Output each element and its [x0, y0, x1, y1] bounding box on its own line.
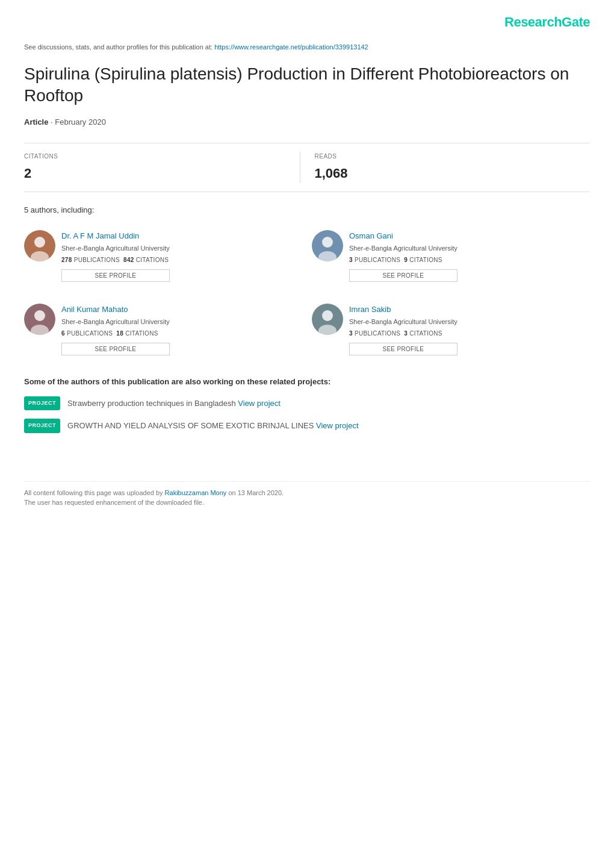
project-item: ProjectStrawberry production techniques …: [24, 396, 590, 411]
project-badge: Project: [24, 396, 60, 411]
author-affiliation: Sher-e-Bangla Agricultural University: [349, 317, 457, 327]
author-avatar: [312, 304, 343, 335]
author-affiliation: Sher-e-Bangla Agricultural University: [349, 243, 457, 254]
source-label: See discussions, stats, and author profi…: [24, 43, 212, 51]
citations-value: 2: [24, 163, 300, 183]
author-card: Anil Kumar MahatoSher-e-Bangla Agricultu…: [24, 298, 302, 361]
project-badge: Project: [24, 419, 60, 433]
author-affiliation: Sher-e-Bangla Agricultural University: [61, 243, 170, 254]
author-avatar: [24, 304, 55, 335]
project-text: GROWTH AND YIELD ANALYSIS OF SOME EXOTIC…: [67, 420, 359, 432]
related-section: Some of the authors of this publication …: [24, 376, 590, 433]
reads-label: READS: [315, 152, 591, 161]
authors-header: 5 authors, including:: [24, 204, 590, 216]
author-card: Imran SakibSher-e-Bangla Agricultural Un…: [312, 298, 590, 361]
author-name[interactable]: Anil Kumar Mahato: [61, 304, 170, 316]
author-name[interactable]: Imran Sakib: [349, 304, 457, 316]
view-project-link[interactable]: View project: [238, 399, 281, 408]
author-avatar: [24, 230, 55, 261]
author-name[interactable]: Dr. A F M Jamal Uddin: [61, 230, 170, 242]
see-profile-button[interactable]: SEE PROFILE: [61, 269, 170, 282]
project-text: Strawberry production techniques in Bang…: [67, 398, 281, 410]
article-type: Article · February 2020: [24, 116, 590, 128]
author-info: Anil Kumar MahatoSher-e-Bangla Agricultu…: [61, 304, 170, 355]
svg-point-7: [34, 310, 45, 321]
source-url[interactable]: https://www.researchgate.net/publication…: [214, 43, 368, 51]
stats-row: CITATIONS 2 READS 1,068: [24, 143, 590, 192]
svg-point-1: [34, 237, 45, 248]
authors-section: 5 authors, including: Dr. A F M Jamal Ud…: [24, 204, 590, 362]
svg-point-10: [322, 310, 333, 321]
see-profile-button[interactable]: SEE PROFILE: [61, 343, 170, 355]
related-header: Some of the authors of this publication …: [24, 376, 590, 388]
author-stats: 6 PUBLICATIONS 18 CITATIONS: [61, 329, 170, 338]
view-project-link[interactable]: View project: [316, 421, 359, 430]
author-info: Imran SakibSher-e-Bangla Agricultural Un…: [349, 304, 457, 355]
footer: All content following this page was uplo…: [24, 481, 590, 508]
authors-grid: Dr. A F M Jamal UddinSher-e-Bangla Agric…: [24, 224, 590, 361]
citations-label: CITATIONS: [24, 152, 300, 161]
author-card: Osman GaniSher-e-Bangla Agricultural Uni…: [312, 224, 590, 288]
author-affiliation: Sher-e-Bangla Agricultural University: [61, 317, 170, 327]
reads-value: 1,068: [315, 163, 591, 183]
svg-point-4: [322, 237, 333, 248]
researchgate-logo: ResearchGate: [504, 12, 590, 32]
uploader-link[interactable]: Rakibuzzaman Mony: [165, 489, 227, 496]
footer-line2: The user has requested enhancement of th…: [24, 498, 590, 508]
author-info: Dr. A F M Jamal UddinSher-e-Bangla Agric…: [61, 230, 170, 282]
article-title: Spirulina (Spirulina platensis) Producti…: [24, 63, 590, 107]
project-item: ProjectGROWTH AND YIELD ANALYSIS OF SOME…: [24, 419, 590, 433]
citations-block: CITATIONS 2: [24, 152, 300, 183]
author-stats: 278 PUBLICATIONS 842 CITATIONS: [61, 255, 170, 264]
author-avatar: [312, 230, 343, 261]
author-stats: 3 PUBLICATIONS 9 CITATIONS: [349, 255, 457, 264]
author-info: Osman GaniSher-e-Bangla Agricultural Uni…: [349, 230, 457, 282]
see-profile-button[interactable]: SEE PROFILE: [349, 343, 457, 355]
author-stats: 3 PUBLICATIONS 3 CITATIONS: [349, 329, 457, 338]
see-profile-button[interactable]: SEE PROFILE: [349, 269, 457, 282]
author-name[interactable]: Osman Gani: [349, 230, 457, 242]
author-card: Dr. A F M Jamal UddinSher-e-Bangla Agric…: [24, 224, 302, 288]
source-link-row: See discussions, stats, and author profi…: [24, 42, 590, 52]
footer-line1: All content following this page was uplo…: [24, 488, 590, 498]
reads-block: READS 1,068: [300, 152, 591, 183]
